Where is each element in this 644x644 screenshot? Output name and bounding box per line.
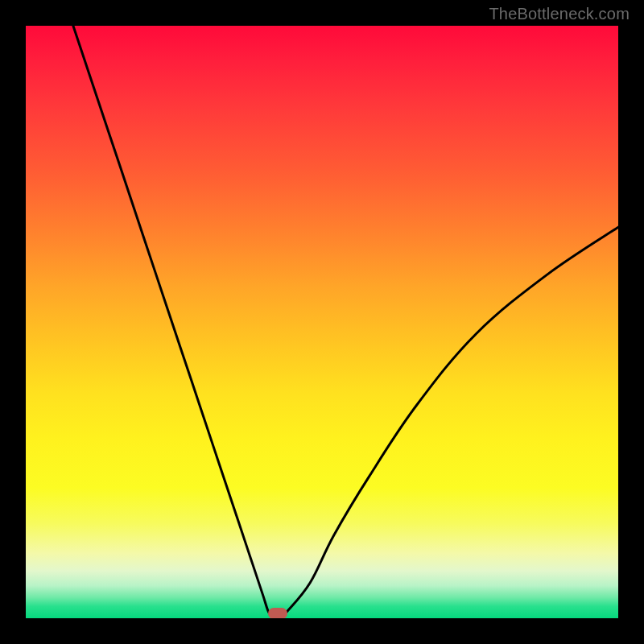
curve-path (73, 26, 618, 618)
plot-area (26, 26, 618, 618)
bottleneck-curve (26, 26, 618, 618)
watermark-text: TheBottleneck.com (489, 5, 630, 23)
chart-frame: TheBottleneck.com (0, 0, 644, 644)
optimal-marker (268, 608, 287, 618)
